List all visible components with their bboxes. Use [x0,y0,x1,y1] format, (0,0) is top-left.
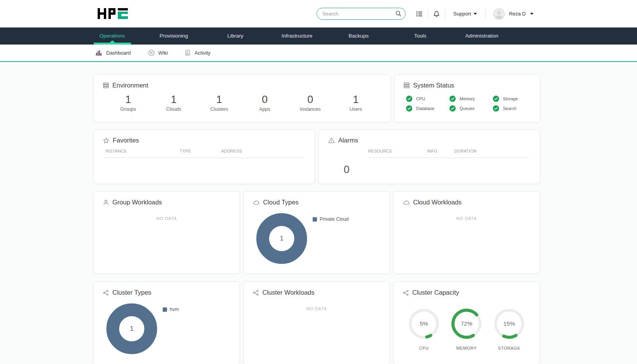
favorites-card: Favorites INSTANCE TYPE ADDRESS [93,129,315,184]
hpe-logo[interactable] [98,8,130,20]
header-right: Support Reza D [317,8,534,20]
stat-clouds[interactable]: 1 Clouds [151,94,197,112]
group-workloads-card-title: Group Workloads [94,192,239,206]
gauge-percent: 15% [492,320,527,327]
subnav-label: Dashboard [106,50,131,56]
cluster-capacity-card: Cluster Capacity 5% CPU 72% [393,282,540,364]
cluster-icon [253,290,259,296]
environment-card: Environment 1 Groups 1 Clouds 1 Clusters… [93,74,391,122]
alarms-card: Alarms RESOURCE INFO DURATION 0 [318,129,540,184]
column-header: RESOURCE [368,149,393,153]
environment-card-title: Environment [94,75,390,89]
favorites-card-title: Favorites [94,130,315,144]
gauge-label: MEMORY [449,346,484,350]
cluster-types-donut: 1 [105,302,159,356]
cluster-types-card-title: Cluster Types [94,282,239,296]
no-data-text: NO DATA [244,306,389,311]
column-header: INSTANCE [105,149,127,153]
search-input[interactable] [317,8,406,20]
notifications-bell-icon[interactable] [433,10,440,17]
subnav-item-dashboard[interactable]: Dashboard [96,50,131,56]
column-header: INFO [427,149,437,153]
gauge-progress-arc [504,335,516,337]
cluster-icon [103,290,109,296]
status-search: Search [493,105,536,112]
favorites-table-header: INSTANCE TYPE ADDRESS [105,147,304,155]
cloud-workloads-card: Cloud Workloads NO DATA [393,191,540,274]
app-header: Support Reza D [0,0,637,27]
user-menu[interactable]: Reza D [493,8,534,20]
stat-instances[interactable]: 0 Instances [288,94,333,112]
cluster-workloads-card-title: Cluster Workloads [244,282,389,296]
alarm-count: 0 [344,164,349,176]
warning-triangle-icon [328,137,335,143]
donut-center-value: 1 [255,211,309,266]
gauge-percent: 5% [406,320,441,327]
stat-groups[interactable]: 1 Groups [105,94,151,112]
column-header: DURATION [455,149,477,153]
stat-clusters[interactable]: 1 Clusters [196,94,242,112]
search-icon[interactable] [395,10,402,17]
user-icon [103,199,109,206]
stat-apps[interactable]: 0 Apps [242,94,288,112]
nav-item-administration[interactable]: Administration [451,27,513,45]
header-divider [445,10,445,18]
main-nav: Operations Provisioning Library Infrastr… [0,27,637,45]
support-label: Support [453,11,471,17]
cloud-icon [253,200,260,205]
nav-item-library[interactable]: Library [205,27,266,45]
alarms-card-title: Alarms [319,130,540,144]
star-icon [103,137,109,144]
nav-item-infrastructure[interactable]: Infrastructure [266,27,328,45]
check-circle-icon [493,105,499,112]
gauge-label: STORAGE [492,346,527,350]
cluster-capacity-card-title: Cluster Capacity [394,282,539,296]
activity-feed-icon[interactable] [416,11,423,17]
subnav-label: Wiki [158,50,168,56]
gauge-cpu: 5% CPU [406,306,441,350]
chevron-down-icon [473,13,477,15]
activity-icon [185,50,191,56]
status-queues: Queues [449,105,493,112]
avatar [493,8,505,20]
support-menu[interactable]: Support [453,11,477,17]
legend-swatch [163,307,167,312]
nav-item-tools[interactable]: Tools [389,27,451,45]
gauge-storage: 15% STORAGE [492,306,527,350]
cluster-types-legend: hvm [163,307,179,312]
status-database: Database [406,105,449,112]
stack-icon [404,82,410,88]
stack-icon [103,82,109,88]
header-divider [485,10,485,18]
column-header: TYPE [180,149,191,153]
system-status-grid: CPU Memory Storage [406,96,540,112]
stat-users[interactable]: 1 Users [333,94,379,112]
status-memory: Memory [449,96,493,102]
nav-item-provisioning[interactable]: Provisioning [143,27,205,45]
cloud-types-donut: 1 [255,211,309,266]
cloud-types-legend: Private Cloud [313,216,349,222]
gauge-memory: 72% MEMORY [449,306,484,350]
cloud-workloads-card-title: Cloud Workloads [394,192,539,206]
user-name: Reza D [509,11,526,17]
no-data-text: NO DATA [394,216,539,221]
search-box [317,8,406,20]
group-workloads-card: Group Workloads NO DATA [93,191,240,274]
subnav-item-wiki[interactable]: W Wiki [148,50,168,56]
legend-label: hvm [170,307,179,312]
system-status-card: System Status CPU Memory [394,74,540,122]
cluster-icon [403,290,409,296]
subnav-item-activity[interactable]: Activity [185,50,210,56]
gauge-label: CPU [406,346,441,350]
nav-item-backups[interactable]: Backups [328,27,389,45]
bar-chart-icon [96,50,102,56]
cluster-capacity-gauges: 5% CPU 72% MEMORY 15% [406,306,539,350]
nav-item-operations[interactable]: Operations [81,27,143,45]
column-header: ADDRESS [221,149,242,153]
subnav-label: Activity [195,50,210,56]
donut-center-value: 1 [105,302,159,356]
system-status-card-title: System Status [394,75,540,89]
no-data-text: NO DATA [94,216,239,221]
dashboard-content: Environment 1 Groups 1 Clouds 1 Clusters… [93,74,540,364]
cloud-types-card: Cloud Types 1 Private Cloud [243,191,390,274]
